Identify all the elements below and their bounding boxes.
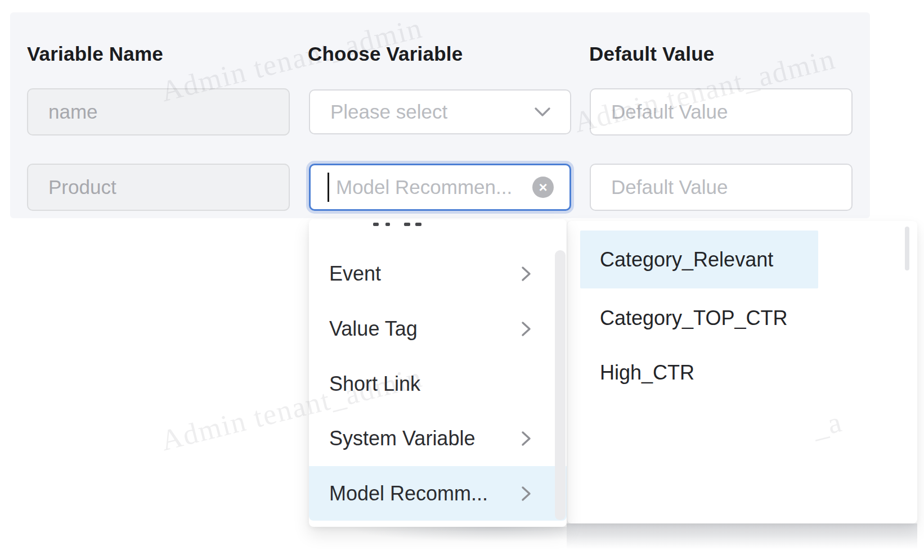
submenu-item-category-relevant[interactable]: Category_Relevant — [580, 231, 818, 288]
menu-item-short-link[interactable]: Short Link — [309, 356, 567, 411]
menu-item-model-recommendation[interactable]: Model Recomm... — [309, 466, 567, 521]
chevron-right-icon — [521, 320, 532, 337]
chevron-down-icon — [534, 107, 551, 117]
menu-item-event[interactable]: Event — [309, 246, 567, 301]
variable-name-input-row2[interactable] — [27, 164, 290, 211]
column-header-choose-variable: Choose Variable — [308, 43, 463, 65]
clipped-text-fragment — [415, 223, 421, 226]
default-value-input-row1[interactable] — [590, 88, 853, 136]
submenu-shadow — [567, 523, 917, 549]
chevron-right-icon — [521, 265, 532, 282]
variables-form-panel: Variable Name Choose Variable Default Va… — [10, 12, 870, 218]
cascader-submenu: Category_Relevant Category_TOP_CTR High_… — [567, 221, 917, 523]
select-placeholder: Please select — [310, 101, 534, 123]
chevron-right-icon — [521, 430, 532, 447]
clipped-text-fragment — [373, 223, 379, 226]
screen: Variable Name Choose Variable Default Va… — [0, 0, 924, 560]
default-value-input-row2[interactable] — [590, 164, 853, 211]
dropdown-shadow — [307, 527, 567, 547]
menu-item-value-tag[interactable]: Value Tag — [309, 301, 567, 356]
chevron-right-icon — [521, 485, 532, 502]
menu-item-system-variable[interactable]: System Variable — [309, 411, 567, 466]
submenu-item-category-top-ctr[interactable]: Category_TOP_CTR — [580, 290, 818, 346]
variable-name-input-row1[interactable] — [27, 88, 290, 136]
submenu-scrollbar-thumb[interactable] — [905, 227, 909, 270]
column-header-variable-name: Variable Name — [27, 43, 163, 65]
column-header-default-value: Default Value — [589, 43, 714, 65]
selected-value-text: Model Recommen... — [329, 176, 532, 198]
cascader-menu: Event Value Tag Short Link System Variab… — [309, 219, 567, 527]
clipped-text-fragment — [385, 223, 390, 226]
clear-selection-icon[interactable]: × — [532, 177, 554, 198]
submenu-item-high-ctr[interactable]: High_CTR — [580, 345, 818, 401]
menu-scrollbar-thumb[interactable] — [555, 250, 566, 520]
choose-variable-select-row2-focused[interactable]: Model Recommen... × — [309, 164, 571, 211]
clipped-text-fragment — [404, 223, 410, 226]
choose-variable-select-row1[interactable]: Please select — [309, 89, 571, 134]
clipped-menu-item — [309, 219, 567, 228]
